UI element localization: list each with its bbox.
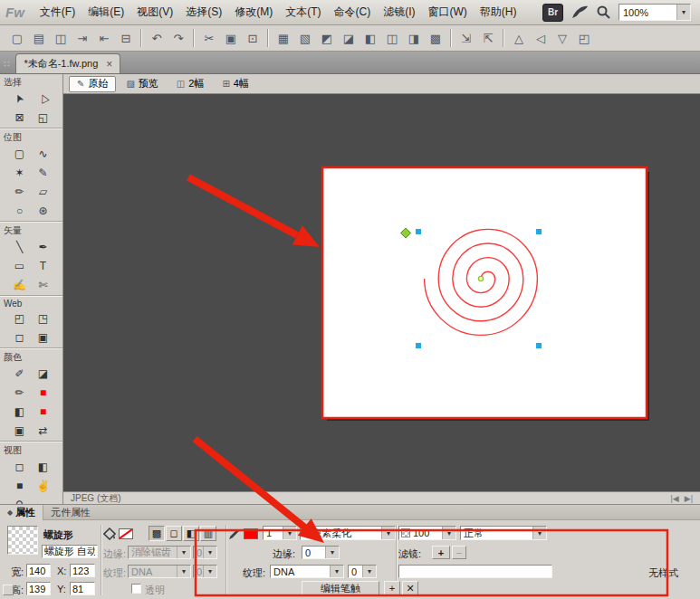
blend-mode-select[interactable]: 正常 ▾ bbox=[460, 526, 547, 540]
new-style-button[interactable]: + bbox=[384, 581, 400, 595]
stroke-edge-slider[interactable]: 0 ▾ bbox=[302, 546, 340, 559]
flip-vertical-button[interactable]: ▽ bbox=[552, 28, 572, 48]
fill-color-swatch[interactable] bbox=[119, 528, 133, 539]
polygon-slice-tool[interactable]: ▣ bbox=[32, 328, 55, 347]
stroke-color-icon[interactable]: ✏ bbox=[8, 384, 32, 402]
hotspot-tool[interactable]: ◰ bbox=[8, 309, 32, 328]
chevron-down-icon[interactable]: ▾ bbox=[362, 566, 376, 577]
skew-button[interactable]: ⇱ bbox=[478, 28, 498, 48]
paste-button[interactable]: ⊡ bbox=[243, 28, 263, 48]
chevron-down-icon[interactable]: ▾ bbox=[325, 547, 339, 558]
freeform-tool[interactable]: ✍ bbox=[8, 276, 32, 294]
full-screen-with-menus-button[interactable]: ◧ bbox=[32, 458, 55, 476]
group-button[interactable]: ▦ bbox=[273, 28, 293, 48]
full-screen-button[interactable]: ■ bbox=[8, 477, 32, 495]
menu-item[interactable]: 视图(V) bbox=[130, 0, 179, 24]
fill-texture-amount-stepper[interactable]: 0 ▾ bbox=[193, 565, 217, 578]
search-icon[interactable] bbox=[596, 5, 611, 20]
import-button[interactable]: ⇥ bbox=[72, 28, 92, 48]
eraser-tool[interactable]: ▱ bbox=[32, 183, 55, 201]
menu-item[interactable]: 窗口(W) bbox=[422, 0, 474, 24]
rectangle-tool[interactable]: ▭ bbox=[8, 257, 32, 275]
standard-screen-button[interactable]: ◻ bbox=[8, 458, 32, 476]
stroke-category-select[interactable]: 1 像素柔化 ▾ bbox=[300, 526, 396, 540]
chevron-down-icon[interactable]: ▾ bbox=[177, 547, 190, 558]
print-button[interactable]: ⊟ bbox=[116, 28, 136, 48]
view-tab-preview[interactable]: ▨ 预览 bbox=[118, 76, 166, 92]
document-canvas[interactable] bbox=[323, 168, 646, 417]
bridge-button[interactable]: Br bbox=[542, 4, 563, 22]
distribute-button[interactable]: ▩ bbox=[426, 28, 446, 48]
add-filter-button[interactable]: + bbox=[432, 546, 450, 559]
fill-option-pattern-button[interactable]: ▥ bbox=[200, 526, 216, 541]
chevron-down-icon[interactable]: ▾ bbox=[676, 5, 690, 20]
fill-color-well[interactable]: ■ bbox=[32, 403, 55, 421]
x-input[interactable] bbox=[70, 564, 95, 577]
width-input[interactable] bbox=[26, 564, 51, 577]
menu-item[interactable]: 选择(S) bbox=[179, 0, 228, 24]
menu-item[interactable]: 帮助(H) bbox=[474, 0, 523, 24]
fill-color-icon[interactable]: ◧ bbox=[8, 403, 32, 421]
tab-symbol-properties[interactable]: 元件属性 bbox=[43, 505, 98, 520]
panel-corner-button[interactable] bbox=[3, 585, 14, 595]
opacity-select[interactable]: 100 ▾ bbox=[398, 526, 456, 540]
flip-horizontal-button[interactable]: ◁ bbox=[531, 28, 551, 48]
subselection-tool[interactable]: ▷ bbox=[32, 90, 55, 108]
stroke-texture-select[interactable]: DNA ▾ bbox=[270, 565, 344, 578]
rubber-stamp-tool[interactable]: ⊛ bbox=[32, 202, 55, 220]
save-button[interactable]: ◫ bbox=[51, 28, 71, 48]
scale-button[interactable]: ⇲ bbox=[456, 28, 476, 48]
align-left-button[interactable]: ◧ bbox=[360, 28, 380, 48]
align-center-button[interactable]: ◫ bbox=[382, 28, 402, 48]
menu-item[interactable]: 命令(C) bbox=[328, 0, 378, 24]
edit-stroke-button[interactable]: 编辑笔触 bbox=[302, 581, 379, 595]
fill-edge-amount-stepper[interactable]: 0 ▾ bbox=[193, 546, 217, 559]
last-state-icon[interactable]: ▶| bbox=[685, 494, 693, 503]
stroke-color-well[interactable]: ■ bbox=[32, 384, 55, 402]
slice-tool[interactable]: ◳ bbox=[32, 309, 55, 328]
align-right-button[interactable]: ◨ bbox=[404, 28, 424, 48]
new-document-button[interactable]: ▢ bbox=[7, 28, 27, 48]
cut-button[interactable]: ✂ bbox=[199, 28, 219, 48]
menu-item[interactable]: 滤镜(I) bbox=[377, 0, 421, 24]
marquee-tool[interactable]: ▢ bbox=[8, 145, 32, 163]
y-input[interactable] bbox=[70, 582, 95, 595]
open-button[interactable]: ▤ bbox=[29, 28, 49, 48]
chevron-down-icon[interactable]: ▾ bbox=[203, 566, 216, 577]
remove-filter-button[interactable]: − bbox=[452, 546, 466, 559]
blur-tool[interactable]: ○ bbox=[8, 202, 32, 220]
shape-name-input[interactable] bbox=[42, 545, 98, 558]
copy-button[interactable]: ▣ bbox=[221, 28, 241, 48]
bring-to-front-button[interactable]: ◩ bbox=[317, 28, 337, 48]
fill-option-none-button[interactable]: ◻ bbox=[166, 526, 182, 541]
swap-colors-button[interactable]: ⇄ bbox=[32, 422, 55, 440]
lasso-tool[interactable]: ∿ bbox=[32, 145, 55, 163]
stroke-color-swatch[interactable] bbox=[244, 528, 258, 539]
document-tab[interactable]: *未命名-1.fw.png × bbox=[15, 53, 120, 73]
pencil-tool[interactable]: ✏ bbox=[8, 183, 32, 201]
pointer-tool[interactable]: ➤ bbox=[8, 90, 32, 108]
chevron-down-icon[interactable]: ▾ bbox=[330, 566, 343, 577]
fill-texture-select[interactable]: DNA ▾ bbox=[128, 565, 191, 578]
paint-bucket-tool[interactable]: ◪ bbox=[32, 365, 55, 383]
hand-tool[interactable]: ✌ bbox=[32, 477, 55, 495]
fill-edge-select[interactable]: 消除锯齿 ▾ bbox=[128, 546, 191, 559]
redo-button[interactable]: ↷ bbox=[168, 28, 188, 48]
hide-slices-tool[interactable]: ◻ bbox=[8, 328, 32, 347]
select-behind-tool[interactable]: ⊠ bbox=[8, 109, 32, 127]
zoom-tool[interactable]: ⚲ bbox=[8, 496, 32, 504]
stroke-texture-amount-stepper[interactable]: 0 ▾ bbox=[348, 565, 377, 578]
fill-option-solid-button[interactable]: ▩ bbox=[149, 526, 165, 541]
pen-tool[interactable]: ✒ bbox=[32, 238, 55, 256]
fill-option-gradient-button[interactable]: ◧ bbox=[183, 526, 199, 541]
undo-button[interactable]: ↶ bbox=[147, 28, 167, 48]
zoom-select[interactable]: 100% ▾ bbox=[618, 4, 691, 21]
knife-tool[interactable]: ✄ bbox=[32, 276, 55, 294]
send-to-back-button[interactable]: ◪ bbox=[339, 28, 359, 48]
crop-tool[interactable]: ◱ bbox=[32, 109, 55, 127]
view-tab-4up[interactable]: ⊞ 4幅 bbox=[214, 76, 257, 92]
eyedropper-tool[interactable]: ✐ bbox=[8, 365, 32, 383]
chevron-down-icon[interactable]: ▾ bbox=[177, 566, 190, 577]
transparent-checkbox[interactable] bbox=[131, 584, 141, 594]
close-icon[interactable]: × bbox=[106, 59, 112, 70]
